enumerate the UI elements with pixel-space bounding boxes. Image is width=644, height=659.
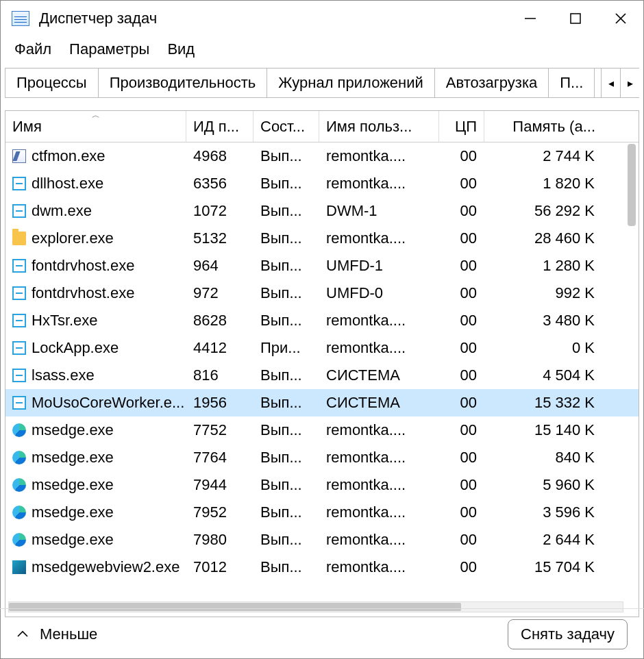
tab-app-history[interactable]: Журнал приложений — [267, 69, 435, 97]
table-body: ctfmon.exe4968Вып...remontka....002 744 … — [5, 142, 639, 581]
process-name: MoUsoCoreWorker.e... — [32, 394, 184, 412]
close-button[interactable] — [598, 1, 643, 36]
process-user: remontka.... — [319, 416, 439, 444]
menu-options[interactable]: Параметры — [69, 40, 149, 58]
minimize-button[interactable] — [508, 1, 553, 36]
process-icon — [12, 232, 26, 245]
process-name: explorer.exe — [32, 229, 114, 247]
table-row[interactable]: msedgewebview2.exe7012Вып...remontka....… — [5, 554, 639, 581]
tab-processes[interactable]: Процессы — [5, 69, 99, 97]
process-user: remontka.... — [319, 142, 439, 170]
process-user: remontka.... — [319, 499, 439, 526]
table-row[interactable]: HxTsr.exe8628Вып...remontka....003 480 K — [5, 307, 639, 334]
process-name: LockApp.exe — [32, 339, 119, 357]
process-cpu: 00 — [439, 252, 484, 279]
process-icon — [12, 506, 26, 519]
process-name: msedge.exe — [32, 531, 114, 549]
table-row[interactable]: ctfmon.exe4968Вып...remontka....002 744 … — [5, 142, 639, 170]
process-status: Вып... — [253, 197, 319, 225]
process-status: Вып... — [253, 170, 319, 197]
table-row[interactable]: msedge.exe7980Вып...remontka....002 644 … — [5, 526, 639, 554]
process-pid: 7012 — [186, 554, 253, 581]
process-pid: 7980 — [186, 526, 253, 554]
table-row[interactable]: explorer.exe5132Вып...remontka....0028 4… — [5, 225, 639, 252]
process-icon — [12, 204, 26, 218]
process-icon — [12, 286, 26, 300]
table-row[interactable]: MoUsoCoreWorker.e...1956Вып...СИСТЕМА001… — [5, 389, 639, 416]
process-pid: 1072 — [186, 197, 253, 225]
process-table: ︿ Имя ИД п... Сост... Имя польз... ЦП Па… — [5, 110, 639, 617]
process-status: Вып... — [253, 362, 319, 389]
process-pid: 964 — [186, 252, 253, 279]
process-memory: 1 280 K — [484, 252, 602, 279]
menu-view[interactable]: Вид — [167, 40, 195, 58]
vertical-scroll-thumb[interactable] — [628, 144, 636, 226]
col-name[interactable]: ︿ Имя — [5, 111, 186, 142]
table-row[interactable]: fontdrvhost.exe964Вып...UMFD-1001 280 K — [5, 252, 639, 279]
app-icon — [12, 11, 29, 26]
vertical-scrollbar[interactable] — [626, 144, 637, 596]
process-name: fontdrvhost.exe — [32, 257, 134, 275]
col-pid[interactable]: ИД п... — [186, 111, 253, 142]
process-user: remontka.... — [319, 471, 439, 499]
fewer-label: Меньше — [40, 625, 97, 643]
process-memory: 2 644 K — [484, 526, 602, 554]
process-pid: 6356 — [186, 170, 253, 197]
table-row[interactable]: LockApp.exe4412При...remontka....000 K — [5, 334, 639, 362]
process-user: СИСТЕМА — [319, 389, 439, 416]
menu-file[interactable]: Файл — [14, 40, 51, 58]
process-name: fontdrvhost.exe — [32, 284, 134, 302]
tab-performance[interactable]: Производительность — [99, 69, 268, 97]
process-memory: 4 504 K — [484, 362, 602, 389]
table-row[interactable]: msedge.exe7952Вып...remontka....003 596 … — [5, 499, 639, 526]
col-user[interactable]: Имя польз... — [319, 111, 439, 142]
process-memory: 840 K — [484, 444, 602, 471]
table-row[interactable]: msedge.exe7752Вып...remontka....0015 140… — [5, 416, 639, 444]
tab-startup[interactable]: Автозагрузка — [435, 69, 549, 97]
minimize-icon — [524, 12, 536, 25]
process-user: remontka.... — [319, 334, 439, 362]
table-row[interactable]: msedge.exe7764Вып...remontka....00840 K — [5, 444, 639, 471]
process-pid: 1956 — [186, 389, 253, 416]
process-icon — [12, 177, 26, 190]
process-cpu: 00 — [439, 170, 484, 197]
process-user: UMFD-1 — [319, 252, 439, 279]
table-row[interactable]: dllhost.exe6356Вып...remontka....001 820… — [5, 170, 639, 197]
process-memory: 28 460 K — [484, 225, 602, 252]
tab-users[interactable]: П... — [549, 69, 595, 97]
process-name: msedge.exe — [32, 449, 114, 467]
process-status: Вып... — [253, 225, 319, 252]
process-user: DWM-1 — [319, 197, 439, 225]
footer: Меньше Снять задачу — [0, 608, 644, 659]
col-memory[interactable]: Память (а... — [484, 111, 602, 142]
process-pid: 7764 — [186, 444, 253, 471]
process-memory: 2 744 K — [484, 142, 602, 170]
process-memory: 992 K — [484, 279, 602, 307]
process-cpu: 00 — [439, 526, 484, 554]
col-status[interactable]: Сост... — [253, 111, 319, 142]
process-status: Вып... — [253, 526, 319, 554]
tab-scroll-right[interactable]: ▸ — [620, 69, 639, 97]
table-row[interactable]: lsass.exe816Вып...СИСТЕМА004 504 K — [5, 362, 639, 389]
maximize-button[interactable] — [553, 1, 598, 36]
process-status: Вып... — [253, 471, 319, 499]
process-name: msedge.exe — [32, 476, 114, 494]
process-name: dllhost.exe — [32, 175, 103, 192]
table-row[interactable]: dwm.exe1072Вып...DWM-10056 292 K — [5, 197, 639, 225]
tab-scroll-left[interactable]: ◂ — [601, 69, 620, 97]
process-memory: 3 596 K — [484, 499, 602, 526]
process-icon — [12, 149, 26, 163]
process-user: remontka.... — [319, 444, 439, 471]
process-icon — [12, 423, 26, 437]
table-row[interactable]: msedge.exe7944Вып...remontka....005 960 … — [5, 471, 639, 499]
col-cpu[interactable]: ЦП — [439, 111, 484, 142]
end-task-button[interactable]: Снять задачу — [508, 619, 628, 649]
process-status: При... — [253, 334, 319, 362]
table-row[interactable]: fontdrvhost.exe972Вып...UMFD-000992 K — [5, 279, 639, 307]
process-name: msedge.exe — [32, 503, 114, 521]
close-icon — [615, 12, 627, 25]
process-icon — [12, 369, 26, 382]
process-icon — [12, 451, 26, 464]
fewer-details-toggle[interactable]: Меньше — [16, 625, 97, 643]
process-icon — [12, 533, 26, 547]
